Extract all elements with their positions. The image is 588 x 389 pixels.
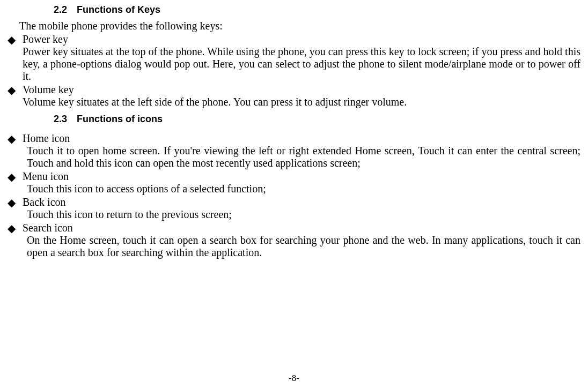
section-2-3-title: Functions of icons [77, 114, 163, 124]
list-item: ◆ Power key Power key situates at the to… [8, 33, 580, 83]
bullet-body-menu-icon: Touch this icon to access options of a s… [27, 183, 580, 195]
bullet-title-search-icon: Search icon [23, 222, 580, 234]
list-item: ◆ Back icon Touch this icon to return to… [8, 196, 580, 221]
bullet-body-search-icon: On the Home screen, touch it can open a … [27, 234, 580, 259]
bullet-body-power-key: Power key situates at the top of the pho… [23, 46, 580, 83]
page-number: -8- [0, 373, 588, 384]
bullet-title-power-key: Power key [23, 33, 580, 46]
list-item: ◆ Home icon Touch it to open home screen… [8, 132, 580, 169]
diamond-icon: ◆ [8, 84, 16, 96]
bullet-title-back-icon: Back icon [23, 196, 580, 208]
list-item: ◆ Volume key Volume key situates at the … [8, 84, 580, 108]
diamond-icon: ◆ [8, 196, 16, 209]
bullet-title-volume-key: Volume key [23, 84, 580, 96]
section-2-3-heading: 2.3Functions of icons [54, 114, 580, 125]
bullet-body-home-icon: Touch it to open home screen. If you're … [27, 145, 580, 169]
section-2-2-heading: 2.2Functions of Keys [54, 4, 580, 16]
section-2-3-num: 2.3 [54, 114, 67, 125]
section-2-2-title: Functions of Keys [77, 4, 160, 15]
bullet-body-volume-key: Volume key situates at the left side of … [23, 96, 580, 108]
bullet-title-menu-icon: Menu icon [23, 170, 580, 183]
section-2-2-num: 2.2 [54, 4, 67, 16]
diamond-icon: ◆ [8, 170, 16, 183]
diamond-icon: ◆ [8, 132, 16, 145]
list-item: ◆ Menu icon Touch this icon to access op… [8, 170, 580, 195]
diamond-icon: ◆ [8, 222, 16, 235]
bullet-body-back-icon: Touch this icon to return to the previou… [27, 208, 580, 221]
section-2-2-intro: The mobile phone provides the following … [19, 20, 580, 32]
diamond-icon: ◆ [8, 33, 16, 46]
list-item: ◆ Search icon On the Home screen, touch … [8, 222, 580, 259]
bullet-title-home-icon: Home icon [23, 132, 580, 145]
